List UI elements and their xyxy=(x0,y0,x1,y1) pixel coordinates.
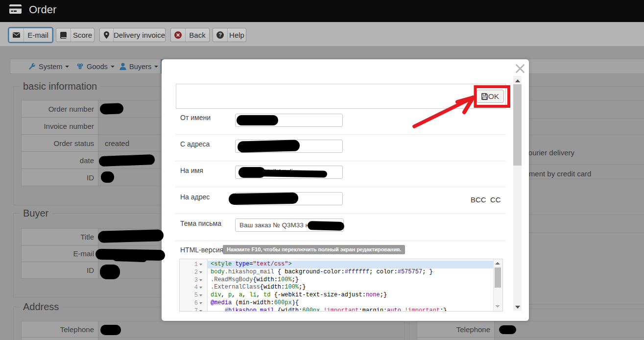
svg-text:?: ? xyxy=(218,32,222,38)
